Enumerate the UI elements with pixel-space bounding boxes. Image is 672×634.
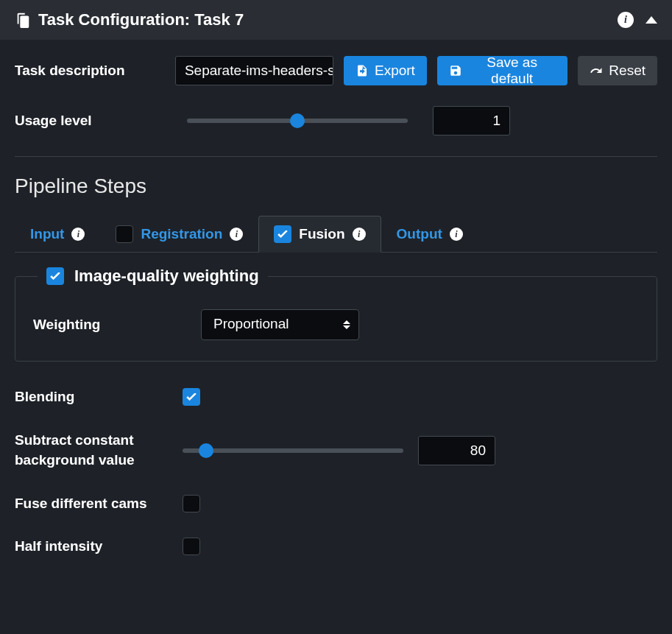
weighting-label: Weighting [33, 317, 201, 333]
iqw-legend: Image-quality weighting [38, 267, 268, 286]
tab-fusion[interactable]: Fusion i [258, 216, 381, 253]
fuse-cams-label: Fuse different cams [15, 496, 183, 512]
usage-level-row: Usage level [15, 106, 657, 135]
reset-button-label: Reset [609, 63, 646, 79]
fuse-cams-checkbox[interactable] [183, 495, 200, 513]
file-export-icon [356, 64, 369, 77]
tab-registration-checkbox[interactable] [116, 225, 133, 243]
tab-registration-label: Registration [141, 226, 222, 242]
panel-body: Task description Separate-ims-headers-si… [0, 40, 672, 571]
task-description-row: Task description Separate-ims-headers-si… [15, 56, 657, 85]
tab-fusion-checkbox[interactable] [274, 225, 291, 243]
half-intensity-row: Half intensity [15, 538, 657, 555]
save-default-label: Save as default [468, 54, 556, 87]
iqw-legend-label: Image-quality weighting [74, 267, 259, 286]
tab-output[interactable]: Output i [381, 216, 478, 252]
half-intensity-label: Half intensity [15, 538, 183, 554]
subtract-bg-input[interactable] [418, 436, 495, 465]
iqw-enabled-checkbox[interactable] [46, 267, 64, 285]
panel-title: Task Configuration: Task 7 [38, 10, 610, 29]
tab-fusion-label: Fusion [299, 226, 344, 242]
task-description-label: Task description [15, 63, 165, 79]
pipeline-steps-title: Pipeline Steps [15, 175, 657, 198]
header-info-icon[interactable]: i [618, 12, 634, 28]
subtract-bg-slider[interactable] [183, 448, 403, 453]
subtract-bg-label: Subtract constant background value [15, 431, 183, 470]
weighting-select[interactable]: Proportional [201, 309, 359, 340]
task-description-input[interactable]: Separate-ims-headers-single-channel [175, 56, 333, 85]
save-icon [449, 64, 462, 77]
usage-level-slider[interactable] [187, 119, 408, 123]
usage-level-label: Usage level [15, 113, 177, 129]
redo-icon [590, 64, 603, 77]
blending-label: Blending [15, 389, 183, 405]
tab-input-label: Input [30, 226, 64, 242]
task-config-panel: Task Configuration: Task 7 i Task descri… [0, 0, 672, 634]
blending-checkbox[interactable] [183, 388, 200, 406]
tab-fusion-info-icon[interactable]: i [353, 228, 366, 241]
divider [15, 156, 657, 157]
tab-registration-info-icon[interactable]: i [230, 228, 243, 241]
blending-row: Blending [15, 388, 657, 406]
collapse-icon[interactable] [646, 16, 657, 24]
panel-header: Task Configuration: Task 7 i [0, 0, 672, 40]
tab-input[interactable]: Input i [15, 216, 100, 252]
save-default-button[interactable]: Save as default [437, 56, 567, 85]
usage-level-input[interactable] [433, 106, 510, 135]
tab-registration[interactable]: Registration i [100, 216, 258, 252]
iqw-fieldset: Image-quality weighting Weighting Propor… [15, 276, 657, 362]
paste-icon [15, 12, 31, 28]
tab-output-label: Output [397, 226, 442, 242]
half-intensity-checkbox[interactable] [183, 538, 200, 555]
fuse-cams-row: Fuse different cams [15, 495, 657, 513]
reset-button[interactable]: Reset [578, 56, 657, 85]
tabs: Input i Registration i Fusion i Output i [15, 216, 657, 253]
subtract-bg-row: Subtract constant background value [15, 431, 657, 470]
weighting-select-value: Proportional [213, 316, 289, 331]
export-button-label: Export [375, 63, 415, 79]
export-button[interactable]: Export [344, 56, 427, 85]
tab-input-info-icon[interactable]: i [71, 228, 85, 241]
tab-output-info-icon[interactable]: i [450, 228, 463, 241]
